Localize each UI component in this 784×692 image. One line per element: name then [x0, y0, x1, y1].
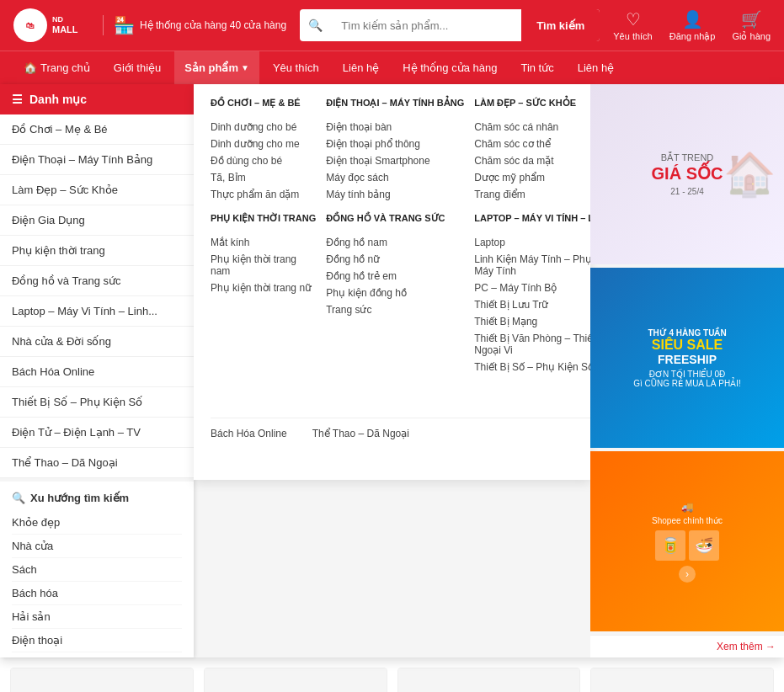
- product-image-2: 🥛: [205, 668, 387, 692]
- menu-footer-link-2[interactable]: Thể Thao – Dã Ngoại: [312, 425, 409, 467]
- sidebar-title: Danh mục: [29, 93, 87, 106]
- menu-link[interactable]: Điện thoại Smartphone: [326, 152, 464, 169]
- menu-link[interactable]: Phụ kiện thời trang nữ: [211, 279, 316, 296]
- product-card-2[interactable]: 🥛 Thùng 48 hộp sữa tươi tiệt trùng TH Tr…: [204, 668, 387, 692]
- cart-icon: 🛒: [741, 9, 762, 29]
- banner-product-thumbnails: 🥫 🍜: [655, 530, 719, 561]
- trend-item-5[interactable]: Hải sản: [12, 605, 182, 629]
- logo-text: ND MALL: [52, 15, 78, 35]
- menu-col-2b-header: ĐỒNG HỒ VÀ TRANG SỨC: [326, 213, 464, 227]
- cart-button[interactable]: 🛒 Giỏ hàng: [732, 9, 771, 42]
- banner-2[interactable]: THỨ 4 HÀNG TUẦN SIÊU SALE FREESHIP ĐƠN T…: [590, 268, 784, 448]
- menu-link[interactable]: Máy đọc sách: [326, 169, 464, 186]
- menu-link[interactable]: Điện thoại phổ thông: [326, 136, 464, 152]
- menu-link[interactable]: Trang điểm: [474, 186, 590, 203]
- store-icon: 🏪: [114, 15, 135, 35]
- menu-link[interactable]: Laptop: [474, 234, 590, 251]
- menu-link[interactable]: Chăm sóc cơ thể: [474, 136, 590, 152]
- sidebar-item-11[interactable]: Điện Tử – Điện Lạnh – TV: [0, 418, 194, 448]
- banner-3-icon: 🚚: [681, 501, 694, 513]
- menu-col-1b: PHỤ KIỆN THỜI TRANG Mắt kính Phụ kiện th…: [211, 213, 316, 296]
- menu-link[interactable]: Máy tính bảng: [326, 186, 464, 203]
- trend-item-6[interactable]: Điện thoại: [12, 629, 182, 652]
- search-trend-icon: 🔍: [12, 492, 25, 504]
- menu-link[interactable]: Thiết Bị Số – Phụ Kiện Số: [474, 359, 590, 375]
- nav-bar: 🏠 Trang chủ Giới thiệu Sản phẩm ▼ Yêu th…: [0, 51, 784, 84]
- nav-contact-1[interactable]: Liên hệ: [333, 51, 389, 85]
- menu-link[interactable]: Linh Kiện Máy Tính – Phụ Kiện Máy Tính: [474, 251, 590, 279]
- sidebar-item-3[interactable]: Làm Đẹp – Sức Khỏe: [0, 175, 194, 205]
- menu-link[interactable]: Thiết Bị Văn Phòng – Thiết Bị Ngoại Vi: [474, 330, 590, 359]
- menu-link[interactable]: Đồng hồ nữ: [326, 251, 464, 268]
- menu-link[interactable]: Chăm sóc da mặt: [474, 152, 590, 169]
- menu-footer-link-1[interactable]: Bách Hóa Online: [211, 425, 287, 467]
- nav-home[interactable]: 🏠 Trang chủ: [13, 51, 100, 85]
- menu-link[interactable]: Mắt kính: [211, 234, 316, 251]
- menu-link[interactable]: Đồng hồ nam: [326, 234, 464, 251]
- home-icon: 🏠: [24, 61, 37, 74]
- search-input[interactable]: [331, 9, 521, 41]
- product-card-4[interactable]: 🍪 Bánh quy dinh dưỡng AFC vị lúa mì, com…: [590, 668, 774, 692]
- product-card-1[interactable]: 👖 Quần short dù gió nam thể thao co giãn…: [10, 668, 194, 692]
- menu-link[interactable]: Dược mỹ phẩm: [474, 169, 590, 186]
- nav-contact-2[interactable]: Liên hệ: [568, 51, 624, 85]
- menu-link[interactable]: Trang sức: [326, 301, 464, 318]
- menu-link[interactable]: Phụ kiện đồng hồ: [326, 285, 464, 301]
- products-section: 👖 Quần short dù gió nam thể thao co giãn…: [0, 657, 784, 692]
- search-trend-title: Xu hướng tìm kiếm: [30, 492, 129, 504]
- trend-item-1[interactable]: Khỏe đẹp: [12, 511, 182, 535]
- banner-2-sub2: Gì CŨNG RẺ MUA LÀ PHẢI!: [633, 379, 740, 388]
- menu-link[interactable]: Điện thoại bàn: [326, 119, 464, 136]
- sidebar-item-8[interactable]: Nhà cửa & Đời sống: [0, 327, 194, 357]
- banner-3[interactable]: 🚚 Shopee chính thức 🥫 🍜 ›: [590, 451, 784, 631]
- menu-link[interactable]: Đồng hồ trẻ em: [326, 268, 464, 285]
- sidebar-header: ☰ Danh mục: [0, 84, 194, 114]
- search-button[interactable]: Tìm kiếm: [521, 9, 600, 41]
- banner-2-line3: FREESHIP: [658, 353, 717, 366]
- menu-link[interactable]: Thiết Bị Lưu Trữ: [474, 296, 590, 313]
- banner-1[interactable]: BẮT TREND GIÁ SỐC 21 - 25/4 🏠: [590, 84, 784, 264]
- product-image-1: 👖: [11, 668, 193, 692]
- banner-2-line2: SIÊU SALE: [652, 338, 723, 353]
- menu-col-2: ĐIỆN THOẠI – MÁY TÍNH BẢNG Điện thoại bà…: [326, 98, 464, 401]
- product-card-3[interactable]: 🧥 Áo chống nắng NỮ đồng UV SunStop Maste…: [397, 668, 581, 692]
- nav-stores[interactable]: Hệ thống cửa hàng: [392, 51, 507, 85]
- sidebar-item-7[interactable]: Laptop – Máy Vi Tính – Linh...: [0, 296, 194, 327]
- thumb-1: 🥫: [655, 530, 685, 561]
- menu-col-3b: LAPTOP – MÁY VI TÍNH – LINH KIỆN Laptop …: [474, 213, 590, 375]
- nav-news[interactable]: Tin tức: [510, 51, 563, 85]
- see-more-link[interactable]: Xem thêm →: [590, 635, 784, 657]
- menu-link[interactable]: Chăm sóc cá nhân: [474, 119, 590, 136]
- menu-link[interactable]: Tã, Bỉm: [211, 169, 316, 186]
- sidebar-item-1[interactable]: Đồ Chơi – Mẹ & Bé: [0, 114, 194, 145]
- trend-item-2[interactable]: Nhà cửa: [12, 535, 182, 558]
- menu-footer: Bách Hóa Online Thể Thao – Dã Ngoại: [211, 418, 590, 467]
- trend-item-3[interactable]: Sách: [12, 558, 182, 582]
- menu-link[interactable]: Đồ dùng cho bé: [211, 152, 316, 169]
- sidebar-item-5[interactable]: Phụ kiện thời trang: [0, 236, 194, 266]
- menu-link[interactable]: Dinh dưỡng cho me: [211, 136, 316, 152]
- wishlist-button[interactable]: ♡ Yêu thích: [613, 9, 652, 42]
- sidebar-item-6[interactable]: Đồng hồ và Trang sức: [0, 266, 194, 296]
- login-button[interactable]: 👤 Đăng nhập: [669, 9, 716, 42]
- sidebar-item-10[interactable]: Thiết Bị Số – Phụ Kiện Số: [0, 387, 194, 418]
- banner-3-text: Shopee chính thức: [652, 516, 723, 525]
- menu-link[interactable]: Phụ kiện thời trang nam: [211, 251, 316, 279]
- sidebar-item-2[interactable]: Điện Thoại – Máy Tính Bảng: [0, 145, 194, 175]
- menu-link[interactable]: Thực phẩm ăn dặm: [211, 186, 316, 203]
- product-image-3: 🧥: [398, 668, 580, 692]
- menu-icon: ☰: [12, 93, 23, 106]
- menu-link[interactable]: PC – Máy Tính Bộ: [474, 279, 590, 296]
- nav-products[interactable]: Sản phẩm ▼: [174, 51, 259, 85]
- menu-link[interactable]: Thiết Bị Mạng: [474, 313, 590, 330]
- menu-col-1-header: ĐỒ CHƠI – MẸ & BÉ: [211, 98, 316, 112]
- logo[interactable]: 🛍 ND MALL: [13, 8, 89, 42]
- sidebar-item-9[interactable]: Bách Hóa Online: [0, 357, 194, 387]
- banner-1-decoration: 🏠: [723, 150, 776, 199]
- nav-about[interactable]: Giới thiệu: [104, 51, 171, 85]
- sidebar-item-12[interactable]: Thể Thao – Dã Ngoại: [0, 448, 194, 478]
- sidebar-item-4[interactable]: Điện Gia Dụng: [0, 205, 194, 236]
- trend-item-4[interactable]: Bách hóa: [12, 582, 182, 605]
- menu-link[interactable]: Dinh dưỡng cho bé: [211, 119, 316, 136]
- nav-wishlist[interactable]: Yêu thích: [263, 51, 329, 85]
